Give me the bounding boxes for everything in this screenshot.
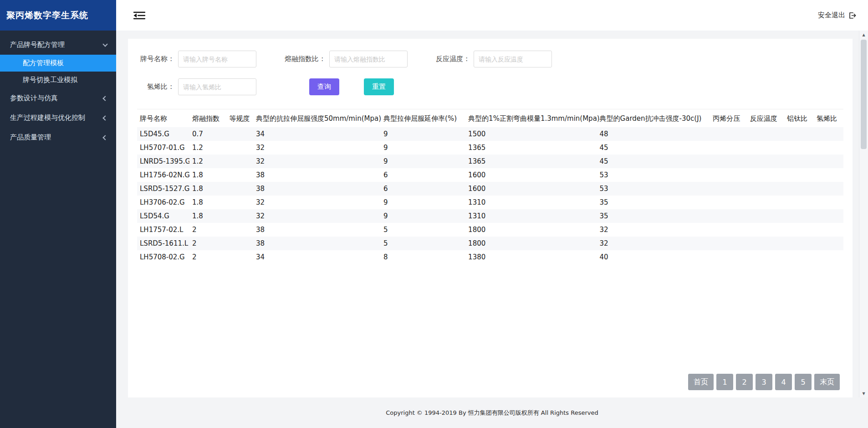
pagination-button-2[interactable]: 2 (736, 374, 753, 390)
pagination-button-0[interactable]: 首页 (688, 374, 714, 390)
sidebar-item-parameter-design-simulation[interactable]: 参数设计与仿真 (0, 88, 116, 108)
scrollbar-thumb[interactable] (861, 40, 867, 149)
pagination-button-3[interactable]: 3 (756, 374, 772, 390)
hydrogen-ratio-input[interactable] (178, 78, 256, 95)
table-cell (784, 168, 814, 182)
table-cell: 53 (597, 168, 710, 182)
table-cell: 1800 (465, 237, 597, 250)
pagination-button-6[interactable]: 末页 (814, 374, 840, 390)
column-header: 典型的Garden抗冲击强度-30c(J) (597, 109, 710, 127)
melt-index-ratio-input[interactable] (329, 51, 408, 67)
column-header: 反应温度 (747, 109, 785, 127)
brand-name-input[interactable] (178, 51, 256, 67)
pagination-button-5[interactable]: 5 (795, 374, 812, 390)
table-cell: 6 (381, 182, 465, 196)
table-cell (784, 237, 814, 250)
table-cell (710, 168, 747, 182)
table-cell (747, 127, 785, 141)
column-header: 铝钛比 (784, 109, 814, 127)
melt-index-ratio-label: 熔融指数比： (285, 55, 326, 63)
table-cell: 1600 (465, 168, 597, 182)
recipe-table: 牌号名称熔融指数等规度典型的抗拉伸屈服强度50mm/min(Mpa)典型拉伸屈服… (137, 109, 843, 264)
table-cell: LH5707-01.G (137, 141, 189, 155)
sidebar-item-brand-switch-simulation[interactable]: 牌号切换工业模拟 (0, 72, 116, 88)
table-cell (747, 168, 785, 182)
table-cell: 1.8 (189, 209, 227, 223)
table-cell: LH1757-02.L (137, 223, 189, 237)
table-cell (784, 223, 814, 237)
table-cell: 2 (189, 223, 227, 237)
sidebar-item-label: 参数设计与仿真 (10, 94, 58, 103)
search-button[interactable]: 查询 (309, 78, 339, 95)
recipe-panel: 牌号名称： 熔融指数比： 反应温度： 氢烯比： (128, 39, 853, 397)
table-cell (226, 196, 253, 209)
table-cell: 32 (597, 223, 710, 237)
table-cell: 1365 (465, 141, 597, 155)
scrollbar-track[interactable] (859, 39, 868, 389)
column-header: 典型拉伸屈服延伸率(%) (381, 109, 465, 127)
scroll-down-arrow[interactable]: ▼ (859, 389, 868, 397)
table-cell: 35 (597, 196, 710, 209)
logout-label: 安全退出 (818, 11, 845, 20)
filter-reaction-temp: 反应温度： (436, 51, 552, 67)
table-cell (226, 237, 253, 250)
table-cell: 1365 (465, 155, 597, 168)
table-cell: 9 (381, 209, 465, 223)
table-cell: 32 (253, 209, 381, 223)
app-root: 聚丙烯数字孪生系统 产品牌号配方管理配方管理模板牌号切换工业模拟参数设计与仿真生… (0, 0, 868, 428)
table-cell (814, 237, 843, 250)
table-cell (784, 250, 814, 264)
sidebar-toggle-button[interactable] (133, 10, 146, 21)
table-cell (747, 223, 785, 237)
chevron-left-icon (102, 96, 107, 101)
table-row: L5D54.G1.8329131035 (137, 209, 843, 223)
table-cell: 38 (253, 237, 381, 250)
pagination: 首页12345末页 (137, 369, 843, 394)
table-row: LSRD5-1611.L2385180032 (137, 237, 843, 250)
table-cell: 9 (381, 196, 465, 209)
table-cell: 1310 (465, 196, 597, 209)
table-cell: 32 (253, 155, 381, 168)
table-cell: 6 (381, 168, 465, 182)
filter-melt-index-ratio: 熔融指数比： (285, 51, 408, 67)
reset-button[interactable]: 重置 (364, 78, 394, 95)
table-cell (814, 209, 843, 223)
table-cell (747, 141, 785, 155)
pagination-button-1[interactable]: 1 (716, 374, 733, 390)
table-cell: 45 (597, 155, 710, 168)
filter-row-2: 氢烯比： 查询 重置 (137, 78, 843, 95)
sidebar: 聚丙烯数字孪生系统 产品牌号配方管理配方管理模板牌号切换工业模拟参数设计与仿真生… (0, 0, 116, 428)
scroll-up-arrow[interactable]: ▲ (859, 31, 868, 39)
table-cell: 38 (253, 223, 381, 237)
table-cell (747, 250, 785, 264)
chevron-down-icon (102, 41, 107, 46)
sidebar-item-product-recipe-management[interactable]: 产品牌号配方管理 (0, 35, 116, 55)
table-cell (710, 182, 747, 196)
sidebar-item-production-modeling-control[interactable]: 生产过程建模与优化控制 (0, 108, 116, 128)
sidebar-item-label: 产品质量管理 (10, 133, 51, 142)
brand-name-label: 牌号名称： (137, 55, 174, 63)
table-cell: 2 (189, 237, 227, 250)
reaction-temp-input[interactable] (474, 51, 552, 67)
table-cell (814, 223, 843, 237)
table-cell (710, 250, 747, 264)
filter-brand-name: 牌号名称： (137, 51, 256, 67)
vertical-scrollbar[interactable]: ▲ ▼ (859, 31, 868, 397)
logout-button[interactable]: 安全退出 (818, 11, 856, 20)
copyright-text: Copyright © 1994-2019 By 恒力集团有限公司版权所有 Al… (386, 409, 598, 417)
table-cell: L5D54.G (137, 209, 189, 223)
sidebar-item-product-quality-management[interactable]: 产品质量管理 (0, 128, 116, 147)
pagination-button-4[interactable]: 4 (775, 374, 792, 390)
table-cell: LNRD5-1395.G (137, 155, 189, 168)
column-header: 典型的抗拉伸屈服强度50mm/min(Mpa) (253, 109, 381, 127)
table-cell: 40 (597, 250, 710, 264)
table-cell: 34 (253, 250, 381, 264)
table-cell: 32 (253, 141, 381, 155)
table-cell: 1380 (465, 250, 597, 264)
table-cell: 2 (189, 250, 227, 264)
sidebar-item-recipe-template[interactable]: 配方管理模板 (0, 55, 116, 72)
table-cell: 32 (253, 196, 381, 209)
column-header: 牌号名称 (137, 109, 189, 127)
chevron-left-icon (102, 135, 107, 140)
table-row: L5D45.G0.7349150048 (137, 127, 843, 141)
